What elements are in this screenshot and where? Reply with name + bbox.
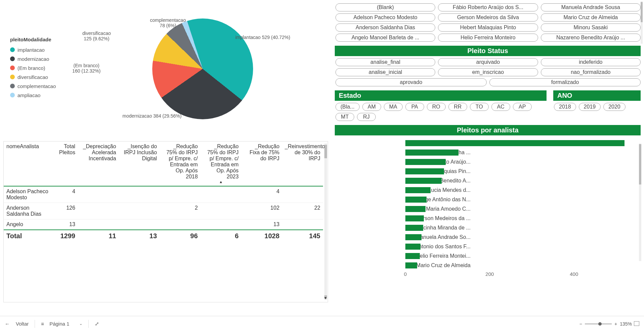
pie-chart[interactable]: pleitoModalidade implantacaomodernizacao… (3, 0, 328, 138)
status-chip[interactable]: indeferido (541, 58, 641, 66)
table-scrollbar[interactable]: ▾ (324, 143, 327, 300)
table-row[interactable]: Anderson Saldanha Dias126210222 (4, 203, 323, 219)
zoom-slider[interactable] (585, 323, 612, 325)
analista-chip[interactable]: (Blank) (335, 3, 435, 11)
table-header[interactable]: _Redução 75% do IRPJ p/ Empre. c/ Entrad… (200, 141, 241, 186)
estado-chip[interactable]: RO (427, 103, 446, 111)
total-label: Total (4, 230, 52, 242)
estado-chip[interactable]: (Bla... (335, 103, 360, 111)
estado-chip[interactable]: AC (491, 103, 510, 111)
ano-chip[interactable]: 2020 (603, 103, 626, 111)
analista-chip[interactable]: Adelson Pacheco Modesto (335, 13, 435, 22)
legend-item[interactable]: complementacao (10, 83, 77, 89)
estado-chip[interactable]: MT (335, 113, 354, 121)
pie-label-embranco: (Em branco) 160 (12.32%) (72, 63, 100, 74)
analista-chip[interactable]: Manuela Andrade Sousa (541, 3, 641, 11)
table-header[interactable]: _Redução 75% do IRPJ p/ Empre. c/ Entrad… (160, 141, 200, 186)
cell-name: Adelson Pacheco Modesto (4, 186, 52, 203)
back-label[interactable]: Voltar (16, 321, 29, 327)
estado-chip[interactable]: RR (448, 103, 467, 111)
estado-chip[interactable]: AP (513, 103, 532, 111)
estado-chip[interactable]: PA (405, 103, 424, 111)
cell-value: 13 (241, 219, 282, 230)
status-chip[interactable]: em_inscricao (438, 68, 538, 76)
slicer-status[interactable]: Pleito Status analise_finalarquivadoinde… (335, 46, 641, 88)
table-header[interactable]: _Depreciação Acelerada Incentivada (78, 141, 119, 186)
pages-icon[interactable]: ≡ (41, 321, 43, 327)
cell-value: 126 (52, 203, 78, 219)
legend-item[interactable]: implantacao (10, 47, 77, 53)
analista-chip[interactable]: Mario Cruz de Almeida (541, 13, 641, 22)
status-chip[interactable]: arquivado (438, 58, 538, 66)
cell-value (200, 219, 241, 230)
bar-row[interactable]: Antonio dos Santos F... (405, 242, 637, 251)
fit-width-icon[interactable] (635, 322, 639, 326)
back-arrow-icon[interactable]: ← (5, 321, 10, 327)
analista-chip[interactable]: Fábio Roberto Araújo dos S... (438, 3, 538, 11)
cell-value (119, 219, 159, 230)
bar-chart-panel[interactable]: Pleitos por analista (Em branco)Anderson… (335, 125, 641, 275)
bar-row[interactable]: Helio Ferreira Montei... (405, 252, 637, 260)
cell-value (282, 186, 323, 203)
ano-chip[interactable]: 2019 (579, 103, 601, 111)
pie-label-complementacao-line2: 78 (6%) (160, 23, 176, 28)
analyst-table[interactable]: nomeAnalistaTotal Pleitos_Depreciação Ac… (3, 141, 328, 302)
bar-row[interactable]: Dircinha Miranda de ... (405, 223, 637, 232)
estado-chip[interactable]: MA (384, 103, 403, 111)
page-selector[interactable]: Página 1 ⌄ (49, 321, 82, 327)
bar-row[interactable]: Mario Cruz de Almeida (405, 261, 637, 270)
bar-row[interactable]: (Em branco) (405, 139, 637, 148)
bar-row[interactable]: Gerson Medeiros da ... (405, 214, 637, 223)
status-chip[interactable]: formalizado (489, 78, 641, 86)
table-row[interactable]: Adelson Pacheco Modesto44 (4, 186, 323, 203)
pie-slices[interactable] (152, 18, 253, 119)
bar-row[interactable]: Manuela Andrade So... (405, 233, 637, 242)
bar-row[interactable]: Fábio Roberto Araújo... (405, 158, 637, 166)
bar-fill (405, 159, 446, 165)
table-header[interactable]: nomeAnalista (4, 141, 52, 186)
estado-chip[interactable]: AM (362, 103, 381, 111)
table-row[interactable]: Angelo1313 (4, 219, 323, 230)
cell-value (160, 186, 200, 203)
zoom-out-icon[interactable]: − (579, 321, 582, 327)
bar-row[interactable]: Nazareno Benedito A... (405, 176, 637, 185)
bar-row[interactable]: Vera Lucia Mendes d... (405, 186, 637, 195)
legend-item[interactable]: ampliacao (10, 92, 77, 98)
slicer-analistas[interactable]: (Blank)Fábio Roberto Araújo dos S...Manu… (335, 1, 641, 44)
estado-chip[interactable]: TO (470, 103, 489, 111)
analista-chip[interactable]: Nazareno Benedito Araújo ... (541, 34, 641, 42)
analista-chip[interactable]: Anderson Saldanha Dias (335, 24, 435, 32)
legend-item[interactable]: modernizacao (10, 56, 77, 62)
bar-row[interactable]: Lea Maria Amoedo C... (405, 205, 637, 213)
status-chip[interactable]: nao_formalizado (541, 68, 641, 76)
analista-chip[interactable]: Hebert Malaquias Pinto (438, 24, 538, 32)
zoom-in-icon[interactable]: + (614, 321, 617, 327)
table-header[interactable]: _Reinvestimento de 30% do IRPJ (282, 141, 323, 186)
bar-row[interactable]: Hebert Malaquias Pin... (405, 167, 637, 176)
bar-row[interactable]: Anderson Saldanha ... (405, 148, 637, 157)
estado-chip[interactable]: RJ (357, 113, 376, 121)
analista-chip[interactable]: Angelo Manoel Barleta de ... (335, 34, 435, 42)
status-chip[interactable]: aprovado (335, 78, 487, 86)
slicer-estado[interactable]: Estado (Bla...AMMAPARORRTOACAPMTRJ (335, 90, 547, 123)
analista-chip[interactable]: Gerson Medeiros da Silva (438, 13, 538, 22)
total-value: 96 (160, 230, 200, 242)
ano-chip[interactable]: 2018 (554, 103, 576, 111)
status-chip[interactable]: analise_final (335, 58, 435, 66)
zoom-control[interactable]: − + 135% (579, 321, 639, 327)
table-header[interactable]: _Isenção do IRPJ Inclusão Digital (119, 141, 159, 186)
table-header[interactable]: _Redução Fixa de 75% do IRPJ (241, 141, 282, 186)
slicer-status-title: Pleito Status (335, 46, 641, 56)
table-header[interactable]: Total Pleitos (52, 141, 78, 186)
legend-item[interactable]: diversificacao (10, 74, 77, 80)
analista-chip[interactable]: Helio Ferreira Monteiro (438, 34, 538, 42)
status-chip[interactable]: analise_inicial (335, 68, 435, 76)
bar-row[interactable]: Jorge Antônio das N... (405, 195, 637, 204)
slicer-ano[interactable]: ANO 201820192020 (553, 90, 641, 123)
bar-chart-scrollbar[interactable] (639, 143, 641, 261)
legend-item[interactable]: (Em branco) (10, 65, 77, 71)
bar-chart-body[interactable]: (Em branco)Anderson Saldanha ...Fábio Ro… (335, 137, 641, 275)
analista-chip[interactable]: Minoru Sasaki (541, 24, 641, 32)
slicer-analistas-scrollbar[interactable] (641, 1, 643, 44)
fit-to-page-icon[interactable]: ⤢ (95, 321, 99, 327)
